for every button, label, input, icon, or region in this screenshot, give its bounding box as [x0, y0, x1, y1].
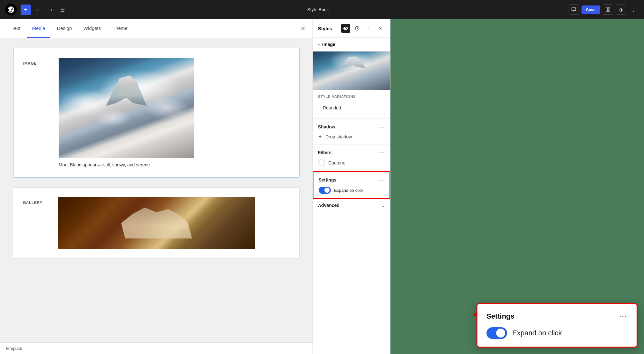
tab-text[interactable]: Text — [6, 19, 26, 38]
close-button[interactable]: ✕ — [298, 24, 307, 33]
add-block-button[interactable]: + — [21, 5, 31, 15]
monitor-view-button[interactable] — [569, 5, 579, 15]
monitor-icon — [572, 7, 576, 12]
panel-close-button[interactable]: ✕ — [376, 24, 385, 33]
shadow-more-button[interactable]: ⋯ — [379, 123, 385, 130]
style-variations-section: STYLE VARIATIONS Rounded — [313, 90, 390, 119]
style-variations-label: STYLE VARIATIONS — [318, 95, 385, 98]
preview-thumbnail — [313, 51, 390, 90]
more-options-button[interactable]: ⋮ — [629, 5, 639, 15]
expand-on-click-toggle[interactable] — [319, 187, 331, 194]
svg-rect-3 — [606, 8, 608, 12]
tab-bar: Text Media Design Widgets Theme ✕ — [0, 19, 312, 38]
top-bar-actions: + ↩ ↪ ☰ — [21, 5, 68, 15]
expand-on-click-label: Expand on click — [334, 188, 363, 193]
gallery-label: GALLERY — [23, 197, 49, 205]
history-button[interactable] — [353, 24, 362, 33]
wp-logo-icon — [8, 6, 14, 13]
back-button[interactable]: ‹ — [318, 42, 320, 47]
styles-header-actions: ⋮ ✕ — [341, 24, 385, 33]
clock-icon — [355, 26, 360, 31]
eye-button[interactable] — [341, 24, 350, 33]
zoom-callout: Settings ⋯ Expand on click — [476, 303, 638, 348]
tab-design[interactable]: Design — [52, 19, 77, 38]
content-area: IMAGE Mont Blanc appears—still, snowy, a… — [0, 38, 312, 342]
settings-header: Settings ⋯ — [319, 176, 384, 183]
svg-rect-4 — [608, 8, 610, 12]
redo-button[interactable]: ↪ — [45, 5, 55, 15]
breadcrumb: ‹ Image — [313, 38, 390, 51]
settings-more-button[interactable]: ⋯ — [378, 176, 384, 183]
duotone-circle — [318, 159, 325, 166]
eye-icon — [343, 26, 348, 31]
styles-panel-title: Styles — [318, 26, 332, 31]
drop-shadow-item: ✦ Drop shadow — [318, 134, 385, 140]
zoom-expand-on-click-toggle[interactable] — [486, 327, 507, 339]
mountain-image — [59, 58, 194, 158]
layout-button[interactable] — [603, 5, 613, 15]
styles-panel-header: Styles ⋮ ✕ — [313, 19, 390, 38]
top-bar: + ↩ ↪ ☰ Style Book Save ◑ ⋮ — [0, 0, 644, 19]
undo-button[interactable]: ↩ — [33, 5, 43, 15]
sun-icon: ✦ — [318, 134, 322, 140]
filters-label: Filters — [318, 150, 332, 155]
shadow-item-label: Drop shadow — [325, 134, 352, 139]
image-label: IMAGE — [23, 58, 49, 66]
shadow-section: Shadow ⋯ ✦ Drop shadow — [313, 119, 390, 144]
settings-label: Settings — [319, 177, 336, 182]
save-button[interactable]: Save — [582, 5, 600, 14]
top-bar-right: Save ◑ ⋮ — [569, 5, 639, 15]
editor-area: Text Media Design Widgets Theme ✕ IMAGE … — [0, 19, 312, 354]
tab-theme[interactable]: Theme — [107, 19, 133, 38]
image-caption: Mont Blanc appears—still, snowy, and ser… — [59, 162, 289, 167]
list-view-button[interactable]: ☰ — [57, 5, 68, 15]
shadow-header: Shadow ⋯ — [318, 123, 385, 130]
gallery-image — [58, 197, 255, 249]
tab-media[interactable]: Media — [27, 19, 51, 38]
rounded-variation[interactable]: Rounded — [318, 102, 385, 114]
filters-more-button[interactable]: ⋯ — [379, 149, 385, 156]
page-title: Style Book — [68, 7, 569, 12]
filters-section: Filters ⋯ Duotone — [313, 144, 390, 171]
styles-body: ‹ Image STYLE VARIATIONS Rounded Shadow … — [313, 38, 390, 354]
zoom-expand-on-click-label: Expand on click — [512, 329, 562, 337]
zoom-settings-header: Settings ⋯ — [486, 312, 628, 321]
duotone-label: Duotone — [328, 160, 345, 165]
wp-logo[interactable] — [5, 4, 17, 15]
image-content: Mont Blanc appears—still, snowy, and ser… — [59, 58, 289, 167]
contrast-button[interactable]: ◑ — [616, 5, 626, 15]
expand-on-click-row: Expand on click — [319, 187, 384, 194]
zoom-settings-title: Settings — [486, 312, 514, 321]
zoom-toggle-row: Expand on click — [486, 327, 628, 339]
template-bar: Template — [0, 342, 312, 354]
svg-rect-0 — [572, 8, 576, 11]
shadow-label: Shadow — [318, 124, 335, 129]
duotone-item: Duotone — [318, 159, 385, 166]
zoom-more-button[interactable]: ⋯ — [619, 312, 628, 321]
settings-section: Settings ⋯ Expand on click — [313, 171, 390, 199]
styles-panel: Styles ⋮ ✕ ‹ Image STYLE VARIATIONS Roun… — [312, 19, 390, 354]
chevron-down-icon: ⌄ — [381, 203, 385, 208]
filters-header: Filters ⋯ — [318, 149, 385, 156]
tab-widgets[interactable]: Widgets — [78, 19, 106, 38]
layout-icon — [606, 7, 610, 12]
panel-more-button[interactable]: ⋮ — [364, 24, 373, 33]
gallery-block: GALLERY — [13, 187, 300, 259]
image-block: IMAGE Mont Blanc appears—still, snowy, a… — [13, 48, 300, 178]
advanced-label: Advanced — [318, 203, 340, 208]
advanced-section[interactable]: Advanced ⌄ — [313, 199, 390, 212]
breadcrumb-label: Image — [322, 42, 335, 47]
template-label: Template — [5, 346, 22, 351]
